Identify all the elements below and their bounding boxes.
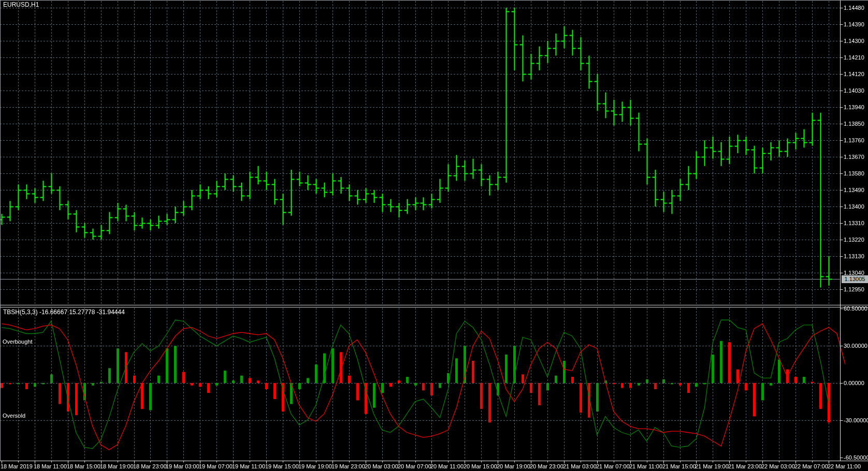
time-axis-label: 18 Mar 11:00 [34,463,67,469]
time-axis-label: 18 Mar 2019 [1,463,33,469]
indicator-axis-label: -30.00000 [844,417,868,423]
price-axis-label: 1.14390 [844,21,864,27]
time-axis-label: 21 Mar 03:00 [563,463,597,469]
indicator-axis-label: 60.50000 [844,305,867,312]
price-axis-label: 1.13130 [844,253,864,259]
oversold-level-label: Oversold [3,413,25,419]
time-axis-label: 19 Mar 07:00 [199,463,233,469]
price-axis-label: 1.13490 [844,187,864,193]
price-axis-label: 1.13670 [844,154,864,160]
time-axis-label: 21 Mar 07:00 [596,463,630,469]
time-axis-label: 21 Mar 19:00 [695,463,729,469]
price-axis-label: 1.13040 [844,270,864,276]
symbol-timeframe-label: EURUSD,H1 [3,2,39,8]
price-axis-label: 1.13850 [844,121,864,127]
chart-canvas[interactable] [0,0,868,471]
time-axis-label: 21 Mar 23:00 [728,463,762,469]
price-axis-label: 1.13220 [844,237,864,243]
time-axis-label: 18 Mar 23:00 [133,463,167,469]
time-axis-label: 22 Mar 07:00 [794,463,828,469]
overbought-level-label: Overbought [3,338,32,345]
time-axis-label: 20 Mar 03:00 [365,463,398,469]
time-axis-label: 19 Mar 11:00 [232,463,265,469]
time-axis-label: 20 Mar 07:00 [398,463,431,469]
time-axis-label: 19 Mar 23:00 [331,463,365,469]
price-axis-label: 1.14030 [844,87,864,94]
price-axis-label: 1.13310 [844,220,864,226]
time-axis-label: 22 Mar 03:00 [761,463,795,469]
price-axis-label: 1.14300 [844,38,864,44]
indicator-label: TBSH(5,3,3) -16.66667 15.27778 -31.94444 [3,309,125,316]
price-axis-label: 1.13400 [844,203,864,210]
time-axis-label: 20 Mar 15:00 [464,463,497,469]
price-axis-label: 1.14480 [844,5,864,11]
time-axis-label: 20 Mar 11:00 [430,463,464,469]
price-axis-label: 1.13580 [844,170,864,176]
time-axis-label: 22 Mar 11:00 [828,463,861,469]
price-axis-label: 1.13940 [844,104,864,110]
current-price-box: 1.13005 [842,275,868,283]
time-axis-label: 21 Mar 11:00 [629,463,662,469]
indicator-axis-label: 0.00000 [844,380,864,386]
time-axis-label: 18 Mar 19:00 [100,463,134,469]
indicator-axis-label: -60.50000 [844,454,868,461]
time-axis-label: 20 Mar 19:00 [497,463,530,469]
indicator-axis-label: 30.00000 [844,343,867,349]
price-axis-label: 1.14210 [844,54,864,61]
time-axis-label: 18 Mar 15:00 [67,463,100,469]
price-axis-label: 1.12950 [844,286,864,292]
time-axis-label: 19 Mar 15:00 [265,463,299,469]
time-axis-label: 20 Mar 23:00 [530,463,563,469]
time-axis-label: 21 Mar 15:00 [662,463,696,469]
price-axis-label: 1.13760 [844,137,864,143]
time-axis-label: 19 Mar 19:00 [298,463,332,469]
chart-window: EURUSD,H1 TBSH(5,3,3) -16.66667 15.27778… [0,0,868,471]
time-axis-label: 19 Mar 03:00 [166,463,199,469]
price-axis-label: 1.14120 [844,71,864,77]
